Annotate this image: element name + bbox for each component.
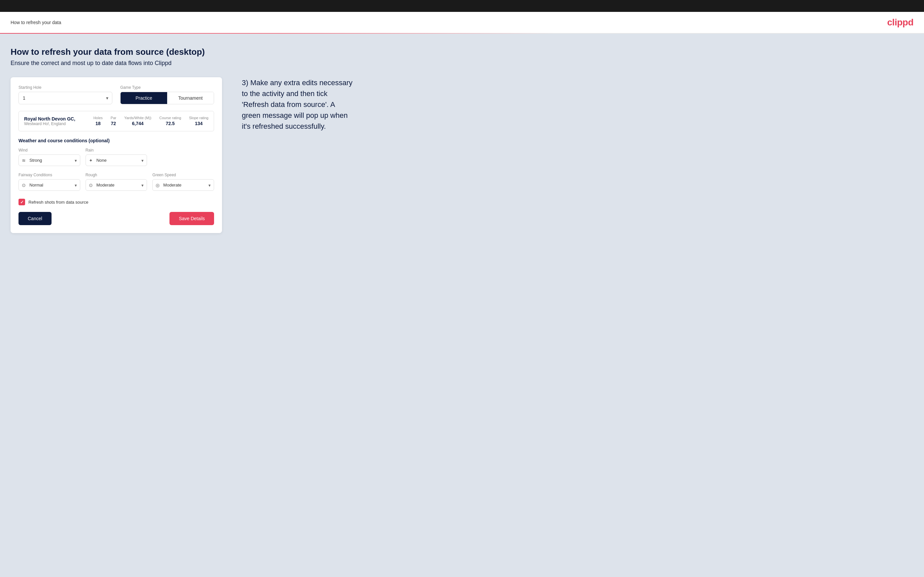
top-bar [0, 0, 924, 12]
course-row: Royal North Devon GC, Westward Ho!, Engl… [18, 111, 214, 131]
fairway-icon: ⊙ [22, 182, 26, 188]
refresh-checkbox[interactable] [18, 199, 25, 205]
main-content: How to refresh your data from source (de… [0, 34, 924, 571]
slope-label: Slope rating [189, 116, 208, 120]
conditions-title: Weather and course conditions (optional) [18, 138, 214, 143]
wind-icon: ≋ [22, 158, 26, 163]
refresh-label: Refresh shots from data source [28, 200, 88, 205]
refresh-checkbox-row[interactable]: Refresh shots from data source [18, 199, 214, 205]
tournament-button[interactable]: Tournament [167, 92, 214, 104]
yards-label: Yards/White (M)) [124, 116, 151, 120]
form-card: Starting Hole 1 Game Type Practice Tourn… [11, 77, 222, 233]
rain-select-wrapper: ✦ None Light Heavy [86, 155, 147, 166]
slope-value: 134 [195, 121, 202, 126]
page-heading: How to refresh your data from source (de… [11, 47, 913, 57]
practice-button[interactable]: Practice [121, 92, 167, 104]
green-speed-group: Green Speed ◎ Moderate Slow Fast [152, 172, 214, 191]
wind-label: Wind [18, 148, 80, 153]
rough-select[interactable]: Moderate Light Heavy [86, 179, 147, 191]
starting-hole-label: Starting Hole [18, 85, 112, 90]
game-type-buttons: Practice Tournament [120, 92, 214, 104]
wind-rain-row: Wind ≋ Strong None Light Moderate Rain [18, 148, 214, 166]
fairway-select-wrapper: ⊙ Normal Soft Hard [18, 179, 80, 191]
par-value: 72 [111, 121, 116, 126]
stat-course-rating: Course rating 72.5 [159, 116, 181, 126]
top-form-row: Starting Hole 1 Game Type Practice Tourn… [18, 85, 214, 104]
game-type-group: Game Type Practice Tournament [120, 85, 214, 104]
instruction-block: 3) Make any extra edits necessary to the… [242, 77, 354, 132]
rough-label: Rough [86, 172, 147, 177]
starting-hole-select[interactable]: 1 [18, 92, 112, 104]
stat-slope: Slope rating 134 [189, 116, 208, 126]
page-subheading: Ensure the correct and most up to date d… [11, 60, 913, 67]
empty-col [152, 148, 214, 166]
fairway-group: Fairway Conditions ⊙ Normal Soft Hard [18, 172, 80, 191]
footer: Copyright Clippd 2022 [0, 571, 924, 577]
header: How to refresh your data clippd [0, 12, 924, 34]
header-title: How to refresh your data [11, 20, 61, 25]
green-speed-select-wrapper: ◎ Moderate Slow Fast [152, 179, 214, 191]
yards-value: 6,744 [132, 121, 144, 126]
wind-group: Wind ≋ Strong None Light Moderate [18, 148, 80, 166]
course-info: Royal North Devon GC, Westward Ho!, Engl… [24, 116, 94, 126]
wind-select[interactable]: Strong None Light Moderate [18, 155, 80, 166]
course-location: Westward Ho!, England [24, 121, 94, 126]
course-rating-value: 72.5 [166, 121, 175, 126]
logo: clippd [887, 17, 913, 28]
green-speed-select[interactable]: Moderate Slow Fast [152, 179, 214, 191]
stat-par: Par 72 [111, 116, 116, 126]
course-stats: Holes 18 Par 72 Yards/White (M)) 6,744 C… [94, 116, 208, 126]
wind-select-wrapper: ≋ Strong None Light Moderate [18, 155, 80, 166]
rain-label: Rain [86, 148, 147, 153]
starting-hole-group: Starting Hole 1 [18, 85, 112, 104]
game-type-label: Game Type [120, 85, 214, 90]
course-rating-label: Course rating [159, 116, 181, 120]
cancel-button[interactable]: Cancel [18, 212, 52, 225]
rough-select-wrapper: ⊙ Moderate Light Heavy [86, 179, 147, 191]
rain-group: Rain ✦ None Light Heavy [86, 148, 147, 166]
rain-icon: ✦ [89, 158, 93, 163]
form-footer: Cancel Save Details [18, 212, 214, 225]
holes-label: Holes [94, 116, 103, 120]
course-name: Royal North Devon GC, [24, 116, 94, 121]
rough-icon: ⊙ [89, 182, 93, 188]
green-speed-label: Green Speed [152, 172, 214, 177]
rough-group: Rough ⊙ Moderate Light Heavy [86, 172, 147, 191]
content-area: Starting Hole 1 Game Type Practice Tourn… [11, 77, 913, 233]
save-button[interactable]: Save Details [170, 212, 214, 225]
stat-holes: Holes 18 [94, 116, 103, 126]
fairway-select[interactable]: Normal Soft Hard [18, 179, 80, 191]
stat-yards: Yards/White (M)) 6,744 [124, 116, 151, 126]
fairway-label: Fairway Conditions [18, 172, 80, 177]
conditions-row-2: Fairway Conditions ⊙ Normal Soft Hard Ro… [18, 172, 214, 191]
green-speed-icon: ◎ [156, 182, 160, 188]
holes-value: 18 [95, 121, 101, 126]
starting-hole-select-wrapper: 1 [18, 92, 112, 104]
rain-select[interactable]: None Light Heavy [86, 155, 147, 166]
instruction-text: 3) Make any extra edits necessary to the… [242, 77, 354, 132]
par-label: Par [111, 116, 116, 120]
